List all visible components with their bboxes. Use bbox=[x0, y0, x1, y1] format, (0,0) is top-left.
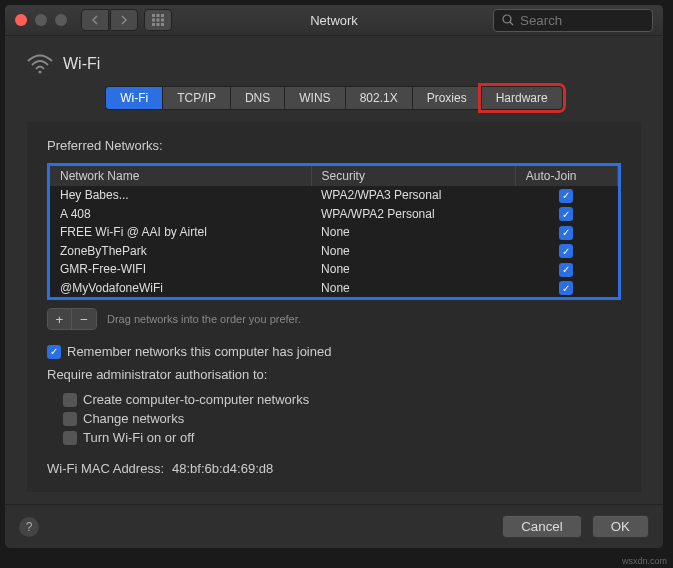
network-security-cell: None bbox=[311, 223, 515, 242]
admin-toggle-checkbox[interactable] bbox=[63, 431, 77, 445]
wifi-icon bbox=[27, 54, 53, 74]
network-security-cell: None bbox=[311, 260, 515, 279]
svg-point-11 bbox=[39, 71, 42, 74]
autojoin-checkbox[interactable]: ✓ bbox=[559, 207, 573, 221]
network-autojoin-cell: ✓ bbox=[515, 242, 617, 261]
svg-rect-4 bbox=[157, 19, 160, 22]
svg-rect-1 bbox=[157, 14, 160, 17]
tab-wins[interactable]: WINS bbox=[284, 86, 344, 110]
grid-icon bbox=[152, 14, 164, 26]
network-autojoin-cell: ✓ bbox=[515, 205, 617, 224]
autojoin-checkbox[interactable]: ✓ bbox=[559, 244, 573, 258]
table-row[interactable]: A 408WPA/WPA2 Personal✓ bbox=[50, 205, 618, 224]
table-row[interactable]: GMR-Free-WIFINone✓ bbox=[50, 260, 618, 279]
remember-row: ✓ Remember networks this computer has jo… bbox=[47, 344, 621, 359]
page-header: Wi-Fi bbox=[27, 54, 641, 74]
network-autojoin-cell: ✓ bbox=[515, 223, 617, 242]
tab-tcpip[interactable]: TCP/IP bbox=[162, 86, 230, 110]
network-security-cell: None bbox=[311, 279, 515, 298]
autojoin-checkbox[interactable]: ✓ bbox=[559, 281, 573, 295]
mac-value: 48:bf:6b:d4:69:d8 bbox=[172, 461, 273, 476]
admin-option-change: Change networks bbox=[63, 411, 621, 426]
network-autojoin-cell: ✓ bbox=[515, 260, 617, 279]
help-button[interactable]: ? bbox=[19, 517, 39, 537]
add-remove-buttons: + − bbox=[47, 308, 97, 330]
admin-option-toggle: Turn Wi-Fi on or off bbox=[63, 430, 621, 445]
admin-create-label: Create computer-to-computer networks bbox=[83, 392, 309, 407]
back-button[interactable] bbox=[81, 9, 109, 31]
search-input[interactable] bbox=[520, 13, 644, 28]
col-autojoin[interactable]: Auto-Join bbox=[515, 166, 617, 186]
traffic-lights bbox=[15, 14, 67, 26]
svg-rect-2 bbox=[161, 14, 164, 17]
ok-button[interactable]: OK bbox=[592, 515, 649, 538]
settings-panel: Preferred Networks: Network Name Securit… bbox=[27, 122, 641, 492]
svg-rect-7 bbox=[157, 23, 160, 26]
admin-toggle-label: Turn Wi-Fi on or off bbox=[83, 430, 194, 445]
admin-label: Require administrator authorisation to: bbox=[47, 367, 621, 382]
mac-label: Wi-Fi MAC Address: bbox=[47, 461, 164, 476]
network-autojoin-cell: ✓ bbox=[515, 279, 617, 298]
close-window-button[interactable] bbox=[15, 14, 27, 26]
tab-hardware[interactable]: Hardware bbox=[481, 86, 563, 110]
autojoin-checkbox[interactable]: ✓ bbox=[559, 226, 573, 240]
network-security-cell: None bbox=[311, 242, 515, 261]
network-name-cell: FREE Wi-Fi @ AAI by Airtel bbox=[50, 223, 311, 242]
table-row[interactable]: Hey Babes...WPA2/WPA3 Personal✓ bbox=[50, 186, 618, 205]
tab-wifi[interactable]: Wi-Fi bbox=[105, 86, 162, 110]
admin-options: Create computer-to-computer networks Cha… bbox=[63, 392, 621, 445]
drag-hint: Drag networks into the order you prefer. bbox=[107, 313, 301, 325]
admin-change-checkbox[interactable] bbox=[63, 412, 77, 426]
network-autojoin-cell: ✓ bbox=[515, 186, 617, 205]
autojoin-checkbox[interactable]: ✓ bbox=[559, 189, 573, 203]
col-security[interactable]: Security bbox=[311, 166, 515, 186]
svg-rect-5 bbox=[161, 19, 164, 22]
svg-rect-0 bbox=[152, 14, 155, 17]
col-network-name[interactable]: Network Name bbox=[50, 166, 311, 186]
watermark: wsxdn.com bbox=[622, 556, 667, 566]
remember-checkbox[interactable]: ✓ bbox=[47, 345, 61, 359]
table-row[interactable]: ZoneByTheParkNone✓ bbox=[50, 242, 618, 261]
admin-option-create: Create computer-to-computer networks bbox=[63, 392, 621, 407]
footer: ? Cancel OK bbox=[5, 504, 663, 548]
page-title: Wi-Fi bbox=[63, 55, 100, 73]
network-name-cell: Hey Babes... bbox=[50, 186, 311, 205]
add-remove-row: + − Drag networks into the order you pre… bbox=[47, 308, 621, 330]
table-row[interactable]: @MyVodafoneWiFiNone✓ bbox=[50, 279, 618, 298]
tab-proxies[interactable]: Proxies bbox=[412, 86, 481, 110]
tab-bar: Wi-Fi TCP/IP DNS WINS 802.1X Proxies Har… bbox=[27, 86, 641, 110]
network-name-cell: A 408 bbox=[50, 205, 311, 224]
add-network-button[interactable]: + bbox=[48, 309, 72, 329]
svg-rect-3 bbox=[152, 19, 155, 22]
content-area: Wi-Fi Wi-Fi TCP/IP DNS WINS 802.1X Proxi… bbox=[5, 36, 663, 504]
nav-back-forward bbox=[81, 9, 138, 31]
tab-8021x[interactable]: 802.1X bbox=[345, 86, 412, 110]
network-security-cell: WPA/WPA2 Personal bbox=[311, 205, 515, 224]
show-all-button[interactable] bbox=[144, 9, 172, 31]
chevron-left-icon bbox=[91, 15, 99, 25]
remove-network-button[interactable]: − bbox=[72, 309, 96, 329]
autojoin-checkbox[interactable]: ✓ bbox=[559, 263, 573, 277]
network-security-cell: WPA2/WPA3 Personal bbox=[311, 186, 515, 205]
forward-button[interactable] bbox=[110, 9, 138, 31]
chevron-right-icon bbox=[120, 15, 128, 25]
svg-line-10 bbox=[510, 22, 513, 25]
admin-change-label: Change networks bbox=[83, 411, 184, 426]
search-field-wrap[interactable] bbox=[493, 9, 653, 32]
tab-dns[interactable]: DNS bbox=[230, 86, 284, 110]
svg-rect-8 bbox=[161, 23, 164, 26]
admin-create-checkbox[interactable] bbox=[63, 393, 77, 407]
mac-address-row: Wi-Fi MAC Address: 48:bf:6b:d4:69:d8 bbox=[47, 461, 621, 476]
table-row[interactable]: FREE Wi-Fi @ AAI by AirtelNone✓ bbox=[50, 223, 618, 242]
networks-table[interactable]: Network Name Security Auto-Join Hey Babe… bbox=[47, 163, 621, 300]
preferred-networks-label: Preferred Networks: bbox=[47, 138, 621, 153]
network-name-cell: GMR-Free-WIFI bbox=[50, 260, 311, 279]
cancel-button[interactable]: Cancel bbox=[502, 515, 582, 538]
network-name-cell: @MyVodafoneWiFi bbox=[50, 279, 311, 298]
preferences-window: Network Wi-Fi Wi-Fi TCP/IP DNS WINS 802.… bbox=[4, 4, 664, 549]
window-title: Network bbox=[310, 13, 358, 28]
remember-label: Remember networks this computer has join… bbox=[67, 344, 331, 359]
maximize-window-button[interactable] bbox=[55, 14, 67, 26]
titlebar: Network bbox=[5, 5, 663, 36]
minimize-window-button[interactable] bbox=[35, 14, 47, 26]
